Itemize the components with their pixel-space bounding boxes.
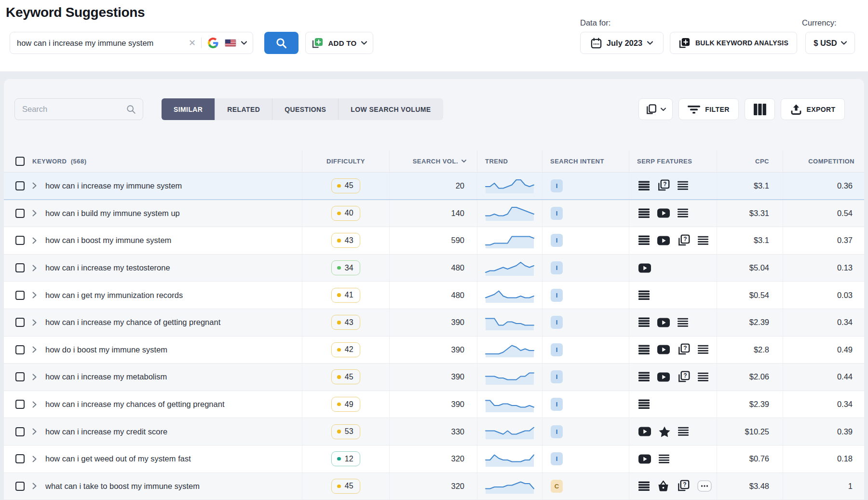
related-searches-icon bbox=[659, 454, 669, 464]
filter-button[interactable]: FILTER bbox=[678, 98, 739, 120]
competition-value: 0.36 bbox=[783, 173, 864, 199]
col-cpc[interactable]: CPC bbox=[717, 150, 783, 172]
tab-low-search-volume[interactable]: LOW SEARCH VOLUME bbox=[338, 98, 443, 120]
currency-chevron-down-icon bbox=[841, 41, 847, 45]
expand-chevron-icon[interactable] bbox=[32, 346, 37, 353]
col-serp-features[interactable]: SERP FEATURES bbox=[629, 150, 717, 172]
copy-button[interactable] bbox=[638, 98, 673, 120]
search-volume-value: 320 bbox=[389, 473, 477, 500]
trend-sparkline bbox=[484, 258, 535, 278]
expand-chevron-icon[interactable] bbox=[32, 292, 37, 298]
row-checkbox[interactable] bbox=[15, 482, 25, 491]
row-checkbox[interactable] bbox=[15, 345, 25, 354]
table-row[interactable]: how can i boost my immune system 43 590 … bbox=[4, 227, 864, 255]
table-row[interactable]: how can i increase my immune system 45 2… bbox=[4, 173, 864, 200]
table-toolbar: SIMILAR RELATED QUESTIONS LOW SEARCH VOL… bbox=[14, 98, 845, 120]
row-checkbox[interactable] bbox=[15, 318, 25, 327]
copy-icon bbox=[646, 104, 657, 115]
table-row[interactable]: what can i take to boost my immune syste… bbox=[4, 473, 864, 500]
tab-similar[interactable]: SIMILAR bbox=[162, 98, 215, 120]
search-volume-value: 140 bbox=[389, 200, 477, 227]
table-row[interactable]: how can i increase my testosterone 34 48… bbox=[4, 255, 864, 282]
trend-sparkline bbox=[484, 449, 535, 469]
expand-chevron-icon[interactable] bbox=[32, 237, 37, 244]
trend-sparkline bbox=[484, 395, 535, 414]
search-intent-badge: C bbox=[551, 480, 563, 493]
export-button[interactable]: EXPORT bbox=[781, 98, 845, 120]
calendar-icon bbox=[591, 38, 602, 49]
row-checkbox[interactable] bbox=[15, 263, 25, 272]
trend-sparkline bbox=[484, 231, 535, 250]
expand-chevron-icon[interactable] bbox=[32, 483, 37, 489]
faq-icon: ? bbox=[678, 371, 690, 383]
expand-chevron-icon[interactable] bbox=[32, 182, 37, 189]
cpc-value: $3.1 bbox=[717, 227, 783, 254]
row-checkbox[interactable] bbox=[15, 209, 25, 218]
col-search-intent[interactable]: SEARCH INTENT bbox=[542, 150, 629, 172]
table-row[interactable]: how can i increase my chance of getting … bbox=[4, 309, 864, 337]
video-icon bbox=[638, 454, 651, 464]
search-volume-value: 390 bbox=[389, 309, 477, 336]
keyword-text: how can i get weed out of my system fast bbox=[45, 454, 191, 463]
currency-value: $ USD bbox=[814, 39, 837, 48]
add-to-button[interactable]: ADD TO bbox=[305, 32, 373, 54]
table-search-box[interactable] bbox=[14, 98, 143, 120]
filter-icon bbox=[688, 105, 700, 114]
filter-label: FILTER bbox=[705, 106, 729, 113]
table-row[interactable]: how do i boost my immune system 42 390 I… bbox=[4, 337, 864, 364]
expand-chevron-icon[interactable] bbox=[32, 374, 37, 380]
tab-related[interactable]: RELATED bbox=[215, 98, 272, 120]
expand-chevron-icon[interactable] bbox=[32, 456, 37, 462]
date-value: July 2023 bbox=[607, 39, 642, 48]
currency-selector[interactable]: $ USD bbox=[805, 32, 855, 54]
add-to-chevron-down-icon bbox=[361, 41, 367, 45]
search-intent-badge: I bbox=[551, 261, 563, 274]
search-volume-value: 20 bbox=[389, 173, 477, 199]
table-row[interactable]: how can i increase my metabolism 45 390 … bbox=[4, 364, 864, 391]
row-checkbox[interactable] bbox=[15, 400, 25, 409]
search-button[interactable] bbox=[264, 32, 298, 54]
col-search-volume[interactable]: SEARCH VOL. bbox=[389, 150, 477, 172]
difficulty-badge: 41 bbox=[331, 288, 360, 303]
row-checkbox[interactable] bbox=[15, 291, 25, 300]
columns-button[interactable] bbox=[745, 98, 775, 120]
us-flag-icon bbox=[225, 39, 236, 47]
clear-query-icon[interactable]: ✕ bbox=[189, 39, 196, 47]
tab-questions[interactable]: QUESTIONS bbox=[272, 98, 338, 120]
row-checkbox[interactable] bbox=[15, 236, 25, 245]
date-selector[interactable]: July 2023 bbox=[580, 32, 664, 54]
table-search-input[interactable] bbox=[22, 105, 126, 114]
row-checkbox[interactable] bbox=[15, 181, 25, 190]
currency-label: Currency: bbox=[802, 18, 837, 27]
featured-snippet-icon bbox=[638, 208, 650, 218]
row-checkbox[interactable] bbox=[15, 427, 25, 436]
trend-sparkline bbox=[484, 367, 535, 387]
col-difficulty[interactable]: DIFFICULTY bbox=[302, 150, 389, 172]
table-row[interactable]: how can i get weed out of my system fast… bbox=[4, 446, 864, 473]
col-competition[interactable]: COMPETITION bbox=[783, 150, 864, 172]
difficulty-badge: 49 bbox=[331, 397, 360, 412]
expand-chevron-icon[interactable] bbox=[32, 265, 37, 271]
svg-text:?: ? bbox=[683, 236, 687, 243]
region-chevron-down-icon[interactable] bbox=[241, 41, 247, 45]
faq-icon: ? bbox=[657, 179, 670, 192]
expand-chevron-icon[interactable] bbox=[32, 401, 37, 408]
row-checkbox[interactable] bbox=[15, 372, 25, 381]
keyword-search-box[interactable]: ✕ bbox=[10, 32, 253, 54]
table-row[interactable]: how can i get my immunization records 41… bbox=[4, 282, 864, 309]
row-checkbox[interactable] bbox=[15, 454, 25, 463]
expand-chevron-icon[interactable] bbox=[32, 428, 37, 435]
bulk-keyword-analysis-button[interactable]: BULK KEYWORD ANALYSIS bbox=[670, 32, 797, 54]
col-trend[interactable]: TREND bbox=[477, 150, 542, 172]
table-row[interactable]: how can i increase my credit score 53 33… bbox=[4, 418, 864, 446]
select-all-checkbox[interactable] bbox=[15, 157, 25, 166]
copy-chevron-down-icon bbox=[661, 108, 666, 111]
search-volume-value: 480 bbox=[389, 255, 477, 282]
search-volume-value: 390 bbox=[389, 364, 477, 391]
keyword-search-input[interactable] bbox=[17, 39, 186, 48]
col-keyword[interactable]: KEYWORD (568) bbox=[32, 158, 86, 165]
table-row[interactable]: how can i build my immune system up 40 1… bbox=[4, 200, 864, 228]
expand-chevron-icon[interactable] bbox=[32, 319, 37, 326]
expand-chevron-icon[interactable] bbox=[32, 210, 37, 216]
table-row[interactable]: how can i increase my chances of getting… bbox=[4, 391, 864, 419]
